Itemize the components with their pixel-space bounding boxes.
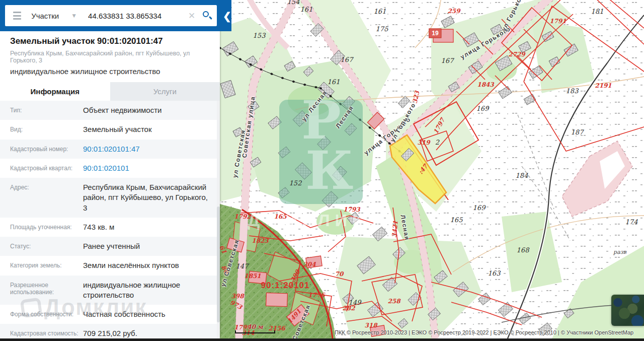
info-row-value: 709 215,02 руб. xyxy=(83,328,144,338)
collapse-sidebar-chevron[interactable]: ❮ xyxy=(223,10,231,22)
info-row-value: Республика Крым, Бахчисарайский район, п… xyxy=(83,182,217,213)
info-row-label: Вид: xyxy=(10,124,83,133)
search-category-dropdown[interactable]: Участки xyxy=(31,12,59,20)
info-row-value-link[interactable]: 90:01:020101:47 xyxy=(83,144,147,154)
info-row: Площадь уточненная:743 кв. м xyxy=(0,218,217,237)
info-row-label: Площадь уточненная: xyxy=(10,222,83,231)
tab-inactive[interactable]: Услуги xyxy=(110,82,220,101)
tabs-bar: ИнформацияУслуги xyxy=(0,82,220,101)
info-row-value: Земли населённых пунктов xyxy=(83,260,186,270)
map-canvas xyxy=(220,0,644,338)
info-row-label: Кадастровый номер: xyxy=(10,144,83,153)
info-row-value: 743 кв. м xyxy=(83,222,121,232)
chevron-down-icon[interactable]: ▼ xyxy=(71,12,77,19)
info-row: Разрешенное использование:индивидуальное… xyxy=(0,276,217,305)
info-row: Адрес:Республика Крым, Бахчисарайский ра… xyxy=(0,178,217,218)
info-row-label: Кадастровый квартал: xyxy=(10,163,83,172)
info-row: Кадастровый номер:90:01:020101:47 xyxy=(0,140,217,159)
map-scale-bar: 40 м xyxy=(235,323,275,333)
app-window: Р К ДОМКЛИК 1541611611751531671671611811… xyxy=(0,0,644,341)
cadastral-map[interactable]: Р К ДОМКЛИК 1541611611751531671671611811… xyxy=(220,0,644,338)
menu-icon[interactable] xyxy=(13,12,21,20)
info-row: Категория земель:Земли населённых пункто… xyxy=(0,256,217,275)
info-row: Форма собственности:Частная собственност… xyxy=(0,305,217,324)
info-row-value: индивидуальное жилищное строительство xyxy=(83,280,217,301)
parcel-usage-line: индивидуальное жилищное строительство xyxy=(10,67,210,76)
clear-search-icon[interactable]: ✕ xyxy=(188,11,195,21)
info-row-value: Объект недвижимости xyxy=(83,105,169,115)
info-row-value-link[interactable]: 90:01:020101 xyxy=(83,163,136,173)
info-row-label: Кадастровая стоимость: xyxy=(10,328,83,337)
info-row-label: Форма собственности: xyxy=(10,309,83,318)
parcel-title: Земельный участок 90:01:020101:47 xyxy=(10,36,210,46)
search-bar: Участки ▼ ✕ xyxy=(5,5,217,26)
info-row: Кадастровый квартал:90:01:020101 xyxy=(0,159,217,178)
tab-active[interactable]: Информация xyxy=(0,82,110,101)
search-header: Участки ▼ ✕ ❮ xyxy=(0,0,231,31)
info-row-value: Земельный участок xyxy=(83,124,159,134)
info-sidebar: Земельный участок 90:01:020101:47 Респуб… xyxy=(0,0,220,338)
info-row-label: Статус: xyxy=(10,241,83,250)
info-table: Тип:Объект недвижимостиВид:Земельный уча… xyxy=(0,101,217,341)
sidebar-scrollbar-track[interactable] xyxy=(217,101,220,338)
info-row: Вид:Земельный участок xyxy=(0,120,217,139)
bottom-edge-bar xyxy=(0,338,644,341)
info-row: Статус:Ранее учтенный xyxy=(0,237,217,256)
info-row-label: Тип: xyxy=(10,105,83,114)
info-row-value: Частная собственность xyxy=(83,309,173,319)
info-row-label: Категория земель: xyxy=(10,260,83,269)
satellite-layer-thumbnail[interactable] xyxy=(611,295,644,326)
map-attribution: ПКК © Росреестр 2010-2023 | ЕЭКО © Росре… xyxy=(335,329,633,335)
parcel-address-line: Республика Крым, Бахчисарайский район, п… xyxy=(10,50,210,64)
scale-line xyxy=(235,330,275,333)
info-row-label: Разрешенное использование: xyxy=(10,280,83,296)
info-row-value: Ранее учтенный xyxy=(83,241,147,251)
info-row-label: Адрес: xyxy=(10,182,83,191)
info-row: Тип:Объект недвижимости xyxy=(0,101,217,120)
sidebar-scrollbar-thumb[interactable] xyxy=(217,207,220,322)
scale-label: 40 м xyxy=(235,323,275,330)
search-icon[interactable] xyxy=(202,11,210,21)
search-input[interactable] xyxy=(88,12,188,20)
